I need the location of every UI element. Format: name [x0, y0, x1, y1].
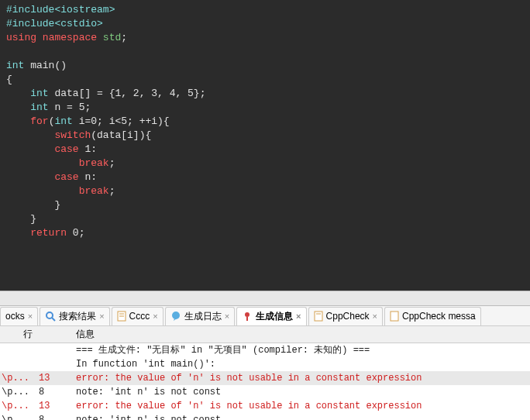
msg-text: error: the value of 'n' is not usable in…	[70, 399, 530, 413]
tab-cppcheck[interactable]: CppCheck×	[308, 307, 383, 325]
tab-label: CppCheck	[326, 311, 370, 322]
kw-break: break	[79, 157, 109, 169]
kw-case: case	[54, 143, 78, 155]
kw-int: int	[6, 60, 24, 71]
msg-line: 13	[39, 399, 70, 413]
kw-return: return	[30, 227, 67, 239]
msg-file	[0, 357, 39, 371]
tab-label: 生成信息	[256, 310, 293, 323]
message-row[interactable]: \p...8note: 'int n' is not const	[0, 413, 530, 420]
ret-val: 0;	[67, 227, 84, 239]
kw-int: int	[30, 102, 48, 113]
kw-case: case	[54, 171, 78, 183]
message-row[interactable]: === 生成文件: "无目标" in "无项目" (compiler: 未知的)…	[0, 343, 530, 357]
decl-data: data[] = {1, 2, 3, 4, 5};	[54, 88, 205, 99]
close-icon[interactable]: ×	[28, 312, 33, 321]
message-row[interactable]: \p...8note: 'int n' is not const	[0, 385, 530, 399]
for-cond: i=0; i<5; ++i){	[73, 115, 170, 127]
tab-search-results[interactable]: 搜索结果×	[40, 307, 109, 325]
kw-using: using	[6, 32, 36, 43]
msg-file: \p...	[0, 371, 39, 385]
msg-file: \p...	[0, 385, 39, 399]
kw-switch: switch	[54, 129, 91, 141]
document-icon	[314, 311, 323, 322]
msg-line: 8	[39, 385, 70, 399]
brace: {	[6, 74, 12, 85]
kw-namespace: namespace	[43, 32, 97, 43]
svg-point-6	[245, 312, 250, 317]
msg-line	[39, 357, 70, 371]
case-n: n:	[79, 171, 97, 183]
decl-n: n = 5;	[54, 102, 91, 113]
msg-text: note: 'int n' is not const	[70, 385, 530, 399]
include-hdr: <iostream>	[54, 4, 115, 15]
include-hdr: <cstdio>	[54, 18, 102, 29]
tab-cppcheck-messages[interactable]: CppCheck messa	[384, 307, 481, 325]
document-icon	[390, 311, 399, 322]
msg-line	[39, 343, 70, 357]
kw-for: for	[30, 115, 48, 127]
pin-icon	[242, 311, 253, 322]
ident-std: std	[103, 32, 121, 43]
messages-header: 行 信息	[0, 326, 530, 343]
msg-text: note: 'int n' is not const	[70, 413, 530, 420]
msg-file	[0, 343, 39, 357]
svg-rect-10	[391, 312, 398, 321]
semi: ;	[121, 32, 127, 43]
tab-label: CppCheck messa	[402, 311, 476, 322]
tab-label: Cccc	[129, 311, 150, 322]
msg-text: error: the value of 'n' is not usable in…	[70, 371, 530, 385]
close-icon[interactable]: ×	[296, 312, 301, 321]
tab-label: 搜索结果	[59, 310, 96, 323]
svg-rect-8	[315, 312, 322, 321]
kw-int: int	[30, 88, 48, 99]
msg-line: 8	[39, 413, 70, 420]
tab-build-messages[interactable]: 生成信息×	[236, 307, 306, 325]
svg-line-1	[52, 318, 55, 321]
kw-break: break	[79, 185, 109, 197]
parens: ()	[54, 60, 67, 71]
preproc: #include	[6, 4, 54, 15]
message-row-error[interactable]: \p...13error: the value of 'n' is not us…	[0, 371, 530, 385]
case-1: 1:	[79, 143, 97, 155]
document-icon	[117, 311, 126, 322]
svg-point-5	[172, 312, 180, 319]
msg-file: \p...	[0, 399, 39, 413]
brace: }	[30, 213, 36, 225]
fn-main: main	[30, 60, 54, 71]
tab-build-log[interactable]: 生成日志×	[165, 307, 235, 325]
semi: ;	[109, 157, 115, 169]
code-editor[interactable]: #include<iostream> #include<cstdio> usin…	[0, 0, 530, 291]
col-line: 行	[23, 328, 70, 341]
output-tabbar: ocks× 搜索结果× Cccc× 生成日志× 生成信息× CppCheck× …	[0, 306, 530, 326]
splitter[interactable]	[0, 291, 530, 306]
message-row[interactable]: In function 'int main()':	[0, 357, 530, 371]
switch-expr: (data[i]){	[91, 129, 151, 141]
tab-label: ocks	[5, 311, 25, 322]
brace: }	[54, 199, 60, 211]
messages-panel[interactable]: === 生成文件: "无目标" in "无项目" (compiler: 未知的)…	[0, 343, 530, 420]
col-message: 信息	[70, 328, 530, 341]
svg-point-0	[46, 312, 53, 318]
msg-text: In function 'int main()':	[70, 357, 530, 371]
close-icon[interactable]: ×	[225, 312, 229, 321]
close-icon[interactable]: ×	[153, 312, 157, 321]
chat-icon	[170, 311, 181, 322]
preproc: #include	[6, 18, 54, 29]
close-icon[interactable]: ×	[373, 312, 377, 321]
msg-line: 13	[39, 371, 70, 385]
msg-file: \p...	[0, 413, 39, 420]
tab-cccc[interactable]: Cccc×	[112, 307, 163, 325]
msg-text: === 生成文件: "无目标" in "无项目" (compiler: 未知的)…	[70, 343, 530, 357]
search-icon	[45, 311, 56, 322]
tab-label: 生成日志	[184, 310, 222, 323]
close-icon[interactable]: ×	[99, 312, 104, 321]
tab-partial[interactable]: ocks×	[0, 307, 38, 325]
message-row-error[interactable]: \p...13error: the value of 'n' is not us…	[0, 399, 530, 413]
kw-int: int	[54, 115, 72, 127]
semi: ;	[109, 185, 115, 197]
